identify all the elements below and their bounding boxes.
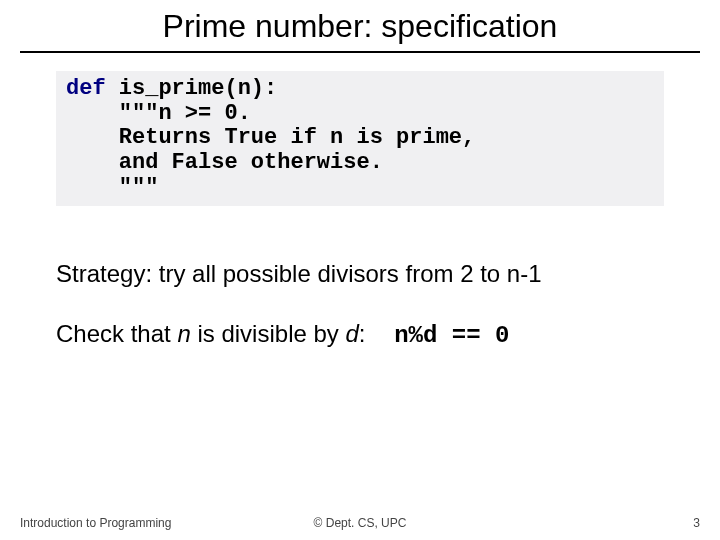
code-line-5: """ bbox=[66, 175, 158, 200]
check-mid: is divisible by bbox=[191, 320, 346, 347]
code-block: def is_prime(n): """n >= 0. Returns True… bbox=[56, 71, 664, 206]
check-expression: n%d == 0 bbox=[394, 322, 509, 349]
check-var-n: n bbox=[177, 320, 190, 347]
code-signature: is_prime(n): bbox=[106, 76, 278, 101]
footer-center: © Dept. CS, UPC bbox=[0, 516, 720, 530]
footer-right: 3 bbox=[693, 516, 700, 530]
check-var-d: d bbox=[346, 320, 359, 347]
code-line-4: and False otherwise. bbox=[66, 150, 383, 175]
title-underline bbox=[20, 51, 700, 53]
code-line-2: """n >= 0. bbox=[66, 101, 251, 126]
check-row: Check that n is divisible by d: n%d == 0 bbox=[56, 320, 664, 349]
slide-title: Prime number: specification bbox=[0, 0, 720, 51]
keyword-def: def bbox=[66, 76, 106, 101]
check-prefix: Check that bbox=[56, 320, 177, 347]
check-suffix: : bbox=[359, 320, 366, 347]
code-line-3: Returns True if n is prime, bbox=[66, 125, 475, 150]
strategy-text: Strategy: try all possible divisors from… bbox=[56, 260, 664, 288]
check-label: Check that n is divisible by d: bbox=[56, 320, 366, 347]
